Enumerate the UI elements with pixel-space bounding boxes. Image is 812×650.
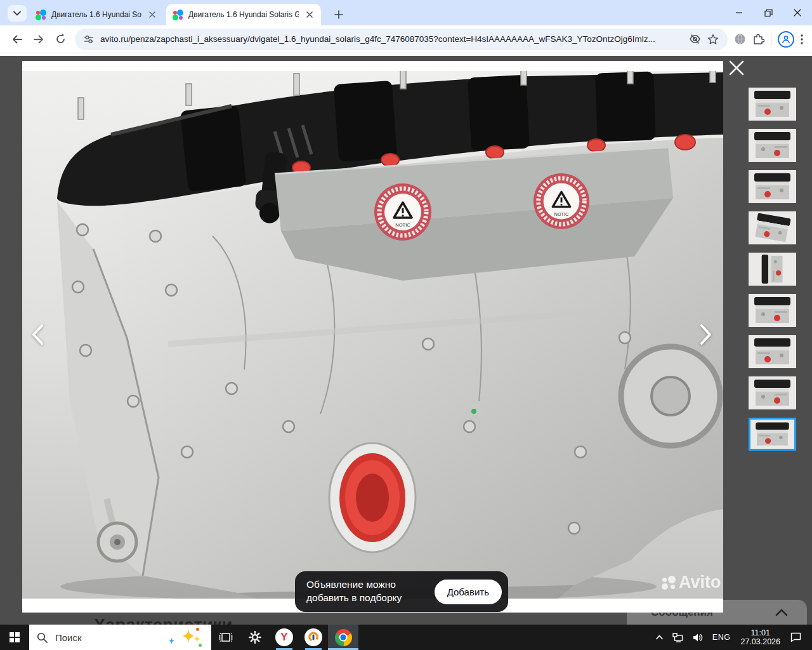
thumbnail-6[interactable]	[749, 294, 796, 327]
yandex-browser-button[interactable]: Y	[270, 625, 299, 650]
notice-sticker: NOTIC	[374, 183, 431, 241]
language-indicator[interactable]: ENG	[708, 625, 735, 650]
back-button[interactable]	[6, 29, 28, 50]
system-tray: ENG 11:01 27.03.2026	[651, 625, 812, 650]
forward-button[interactable]	[28, 29, 49, 50]
watermark-text: Avito	[679, 573, 721, 592]
window-controls	[724, 0, 812, 25]
tray-chevron-up-icon[interactable]	[651, 625, 668, 650]
search-icon	[37, 632, 48, 643]
notice-sticker: NOTIC	[534, 173, 589, 229]
new-tab-button[interactable]	[330, 6, 348, 23]
browser-toolbar: avito.ru/penza/zapchasti_i_aksessuary/dv…	[0, 25, 812, 53]
clock-time: 11:01	[751, 628, 770, 637]
chevron-left-icon	[30, 324, 44, 345]
yandex-browser-icon: Y	[275, 628, 293, 646]
vpn-app-button[interactable]	[299, 625, 328, 650]
close-window-button[interactable]	[783, 0, 812, 25]
lightbox-close-button[interactable]	[727, 58, 746, 77]
task-view-icon	[219, 632, 233, 643]
tab-1[interactable]: Двигатель 1.6 Hyundai Solaris G4FC	[29, 4, 164, 25]
minimize-icon	[735, 9, 743, 17]
vpn-app-icon	[304, 628, 322, 646]
clock-date: 27.03.2026	[740, 637, 780, 646]
toolbar-divider	[771, 33, 771, 46]
reload-icon	[55, 34, 66, 44]
tab-2[interactable]: Двигатель 1.6 Hyundai Solaris G4FC	[166, 4, 321, 25]
site-info-icon[interactable]	[84, 34, 94, 44]
photo-container: NOTIC NOTIC	[22, 61, 723, 613]
address-bar[interactable]: avito.ru/penza/zapchasti_i_aksessuary/dv…	[75, 29, 728, 50]
extensions-icon[interactable]	[752, 33, 764, 45]
thumbnail-8[interactable]	[749, 376, 796, 409]
volume-icon[interactable]	[688, 625, 708, 650]
tab-search-button[interactable]	[8, 5, 27, 22]
tab-strip: Двигатель 1.6 Hyundai Solaris G4FC Двига…	[0, 0, 812, 25]
plus-icon	[334, 10, 343, 19]
bookmark-star-icon[interactable]	[707, 34, 719, 45]
page-top-strip	[0, 53, 812, 56]
toolbar-right	[731, 31, 806, 48]
windows-logo-icon	[10, 632, 20, 642]
close-icon	[794, 9, 801, 17]
tab-close-icon[interactable]	[147, 10, 157, 20]
thumbnail-strip	[749, 88, 800, 459]
settings-taskbar-button[interactable]	[240, 625, 270, 650]
menu-dots-icon[interactable]	[801, 34, 803, 44]
tab-close-icon[interactable]	[304, 10, 315, 20]
toast-message: Объявление можно добавить в подборку	[306, 578, 426, 605]
forward-icon	[33, 34, 44, 45]
chevron-down-icon	[13, 11, 21, 16]
task-view-button[interactable]	[211, 625, 240, 650]
back-icon	[11, 34, 23, 45]
restore-icon	[764, 9, 773, 17]
gallery-next-button[interactable]	[693, 317, 719, 352]
gear-icon	[249, 631, 261, 644]
thumbnail-3[interactable]	[749, 170, 796, 203]
url-text[interactable]: avito.ru/penza/zapchasti_i_aksessuary/dv…	[100, 34, 683, 44]
tracking-protection-icon[interactable]	[689, 33, 701, 45]
section-heading: Характеристики	[94, 616, 233, 625]
avito-favicon	[36, 10, 46, 20]
chevron-up-icon	[775, 609, 788, 616]
clock[interactable]: 11:01 27.03.2026	[735, 628, 786, 646]
svg-text:NOTIC: NOTIC	[395, 222, 410, 228]
search-placeholder: Поиск	[55, 632, 82, 643]
person-icon	[782, 35, 790, 44]
svg-text:NOTIC: NOTIC	[554, 211, 570, 217]
thumbnail-2[interactable]	[749, 129, 796, 162]
close-icon	[728, 60, 745, 76]
add-to-collection-button[interactable]: Добавить	[435, 580, 502, 604]
restore-button[interactable]	[754, 0, 783, 25]
start-button[interactable]	[0, 625, 29, 650]
avito-favicon	[173, 10, 183, 20]
notification-center-icon[interactable]	[786, 625, 806, 650]
taskbar-search-input[interactable]: Поиск	[29, 625, 211, 650]
browser-window: Двигатель 1.6 Hyundai Solaris G4FC Двига…	[0, 0, 812, 650]
chrome-taskbar-button[interactable]	[328, 625, 358, 650]
chrome-icon	[335, 629, 352, 646]
collection-toast: Объявление можно добавить в подборку Доб…	[295, 571, 508, 612]
search-highlights-icon	[167, 625, 202, 650]
avito-dots-logo	[662, 576, 676, 590]
profile-avatar[interactable]	[778, 31, 794, 48]
tab-title: Двигатель 1.6 Hyundai Solaris G4FC	[51, 10, 141, 19]
thumbnail-1[interactable]	[749, 88, 796, 121]
avito-watermark: Avito	[662, 573, 721, 592]
minimize-button[interactable]	[724, 0, 754, 25]
windows-taskbar: Поиск Y	[0, 625, 812, 650]
network-icon[interactable]	[668, 625, 688, 650]
tab-title: Двигатель 1.6 Hyundai Solaris G4FC	[188, 10, 299, 19]
reload-button[interactable]	[49, 29, 71, 50]
thumbnail-9[interactable]	[749, 418, 796, 451]
page-viewport: Характеристики Сообщения	[0, 53, 812, 625]
thumbnail-5[interactable]	[749, 253, 796, 286]
extension-globe-icon[interactable]	[734, 33, 746, 45]
chevron-right-icon	[699, 324, 713, 345]
gallery-prev-button[interactable]	[25, 317, 50, 352]
engine-photo: NOTIC NOTIC	[22, 71, 723, 599]
thumbnail-7[interactable]	[749, 335, 796, 368]
thumbnail-4[interactable]	[749, 211, 796, 244]
